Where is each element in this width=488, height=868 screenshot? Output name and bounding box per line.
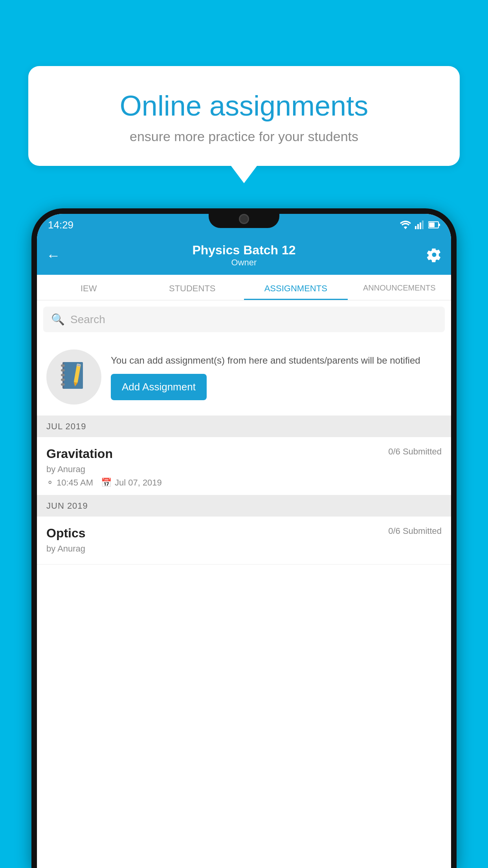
app-header: ← Physics Batch 12 Owner	[37, 236, 451, 275]
assignment-time: ⚬ 10:45 AM	[46, 478, 93, 488]
header-subtitle: Owner	[192, 257, 295, 268]
section-label-jun: JUN 2019	[46, 501, 88, 511]
search-bar[interactable]: 🔍 Search	[43, 307, 445, 332]
svg-rect-1	[417, 224, 419, 229]
time-value: 10:45 AM	[57, 478, 93, 488]
assignment-by: by Anurag	[46, 464, 442, 474]
assignment-meta: ⚬ 10:45 AM 📅 Jul 07, 2019	[46, 478, 442, 488]
assignment-top-optics: Optics 0/6 Submitted	[46, 526, 442, 541]
phone-screen: 14:29	[37, 214, 451, 868]
wifi-icon	[400, 221, 411, 229]
calendar-icon: 📅	[101, 478, 112, 488]
date-value: Jul 07, 2019	[115, 478, 162, 488]
promo-text: You can add assignment(s) from here and …	[111, 354, 442, 401]
header-title: Physics Batch 12	[192, 243, 295, 257]
status-time: 14:29	[48, 219, 73, 231]
header-center: Physics Batch 12 Owner	[192, 243, 295, 268]
promo-icon-wrap	[46, 349, 101, 405]
tab-assignments[interactable]: ASSIGNMENTS	[244, 275, 348, 300]
section-header-jun: JUN 2019	[37, 495, 451, 517]
tabs-bar: IEW STUDENTS ASSIGNMENTS ANNOUNCEMENTS	[37, 275, 451, 300]
assignment-name-optics: Optics	[46, 526, 86, 541]
svg-rect-11	[61, 374, 65, 376]
assignment-submitted: 0/6 Submitted	[388, 447, 442, 457]
assignment-by-optics: by Anurag	[46, 544, 442, 554]
tab-iew[interactable]: IEW	[37, 275, 141, 300]
svg-rect-5	[429, 223, 435, 227]
bubble-subtitle: ensure more practice for your students	[56, 129, 432, 144]
assignment-top: Gravitation 0/6 Submitted	[46, 447, 442, 461]
section-header-jul: JUL 2019	[37, 416, 451, 437]
svg-rect-9	[61, 364, 65, 367]
status-icons	[400, 221, 440, 229]
clock-icon: ⚬	[46, 478, 53, 488]
search-container: 🔍 Search	[37, 300, 451, 338]
svg-rect-10	[61, 369, 65, 371]
notebook-icon	[59, 360, 89, 394]
search-icon: 🔍	[51, 313, 65, 326]
assignment-item-optics[interactable]: Optics 0/6 Submitted by Anurag	[37, 517, 451, 565]
svg-rect-13	[61, 383, 65, 386]
settings-button[interactable]	[422, 247, 442, 264]
assignment-name: Gravitation	[46, 447, 113, 461]
tab-students[interactable]: STUDENTS	[141, 275, 244, 300]
svg-rect-6	[439, 224, 440, 226]
svg-rect-0	[415, 226, 416, 229]
bubble-title: Online assignments	[56, 90, 432, 122]
content-area: 🔍 Search	[37, 300, 451, 565]
svg-rect-3	[422, 221, 424, 229]
gear-icon	[427, 247, 442, 262]
tab-announcements[interactable]: ANNOUNCEMENTS	[348, 275, 451, 300]
promo-section: You can add assignment(s) from here and …	[37, 338, 451, 416]
assignment-submitted-optics: 0/6 Submitted	[388, 526, 442, 536]
svg-rect-2	[420, 223, 421, 229]
battery-icon	[428, 221, 440, 228]
phone-frame: 14:29	[31, 208, 457, 868]
speech-bubble: Online assignments ensure more practice …	[28, 66, 460, 166]
search-placeholder: Search	[70, 313, 105, 326]
signal-icon	[415, 221, 424, 229]
back-button[interactable]: ←	[46, 247, 66, 264]
section-label-jul: JUL 2019	[46, 421, 86, 431]
promo-description: You can add assignment(s) from here and …	[111, 354, 442, 367]
add-assignment-button[interactable]: Add Assignment	[111, 374, 207, 400]
phone-camera	[239, 214, 249, 224]
assignment-date: 📅 Jul 07, 2019	[101, 478, 162, 488]
svg-rect-12	[61, 379, 65, 381]
assignment-item-gravitation[interactable]: Gravitation 0/6 Submitted by Anurag ⚬ 10…	[37, 437, 451, 495]
